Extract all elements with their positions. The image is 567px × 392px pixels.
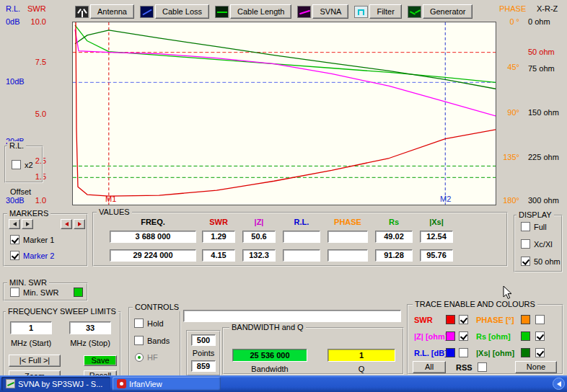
toolbar-item-filter: Filter	[354, 4, 401, 19]
m1-rl-value	[283, 231, 320, 243]
bands-checkbox[interactable]	[134, 336, 144, 345]
hf-radio[interactable]	[135, 353, 144, 362]
controls-panel-title: CONTROLS	[133, 303, 181, 311]
display-50ohm-label: 50 ohm	[534, 257, 561, 266]
generator-icon[interactable]	[408, 6, 421, 18]
stop-frequency-input[interactable]	[69, 321, 111, 334]
trace-swatch-z[interactable]	[446, 331, 455, 341]
bandwidth-label: Bandwidth	[232, 365, 307, 373]
display-panel: Full Xc/Xl 50 ohm	[514, 215, 563, 272]
points-input[interactable]	[191, 334, 216, 346]
header-xs: |Xs|	[420, 218, 453, 226]
antenna-icon[interactable]	[75, 6, 89, 18]
trace-checkbox-phase[interactable]	[535, 315, 545, 324]
ohm-tick: 150 ohm	[528, 108, 559, 117]
bands-label: Bands	[147, 337, 170, 345]
marker1-left-arrow-button[interactable]	[9, 219, 20, 229]
m1-swr-value: 1.29	[202, 231, 235, 243]
sweep-chart	[72, 22, 496, 205]
toolbar-item-cable-length: Cable Length	[215, 4, 291, 19]
toolbar-item-svna: SVNA	[297, 4, 348, 19]
trace-panel: SWR |Z| [ohm] R.L. [dB] PHASE [°] Rs [oh…	[407, 304, 563, 375]
trace-label-z: |Z| [ohm]	[414, 332, 444, 341]
rl-tick: 10dB	[6, 77, 25, 86]
trace-checkbox-xs[interactable]	[535, 348, 545, 357]
taskbar: SVNA by SP3SWJ - S... IrfanView	[0, 375, 567, 392]
phase-axis-title: PHASE	[499, 4, 526, 13]
trace-swatch-rs[interactable]	[521, 331, 530, 341]
display-xcxl-checkbox[interactable]	[521, 239, 530, 249]
toolbar-item-antenna: Antenna	[75, 4, 134, 19]
points-label: Points	[188, 349, 219, 357]
rss-checkbox[interactable]	[478, 362, 487, 372]
ohm-tick: 75 ohm	[528, 64, 555, 73]
cable-length-icon[interactable]	[215, 6, 229, 18]
markers-panel-title: MARKERS	[7, 209, 50, 218]
start-frequency-input[interactable]	[10, 321, 52, 334]
filter-button[interactable]: Filter	[369, 4, 401, 19]
bandwidth-value: 25 536 000	[232, 349, 307, 362]
trace-swatch-phase[interactable]	[521, 315, 530, 324]
marker2-right-arrow-button[interactable]	[74, 219, 85, 229]
trace-swatch-rl[interactable]	[446, 348, 455, 357]
antenna-button[interactable]: Antenna	[90, 4, 134, 19]
m2-rs-value: 91.28	[375, 249, 413, 262]
m1-xs-value: 12.54	[420, 231, 453, 243]
swr-tick: 7.5	[27, 58, 46, 66]
marker1-right-arrow-button[interactable]	[22, 219, 33, 229]
markers-panel: Marker 1 Marker 2	[3, 213, 88, 267]
display-50ohm-checkbox[interactable]	[521, 257, 530, 266]
q-label: Q	[328, 365, 395, 373]
no-traces-button[interactable]: None	[515, 361, 557, 373]
trace-checkbox-rl[interactable]	[459, 348, 468, 357]
svna-icon[interactable]	[297, 6, 311, 18]
cable-loss-icon[interactable]	[140, 6, 154, 18]
display-full-checkbox[interactable]	[521, 222, 530, 231]
phase-tick: 180°	[501, 196, 519, 205]
m2-rl-value	[283, 249, 320, 262]
display-xcxl-label: Xc/Xl	[534, 240, 553, 249]
trace-swatch-xs[interactable]	[521, 348, 530, 357]
filter-icon[interactable]	[354, 6, 368, 18]
marker1-label-text: Marker 1	[23, 236, 54, 244]
svna-app-icon	[6, 379, 15, 388]
svna-button[interactable]: SVNA	[312, 4, 348, 19]
mouse-cursor	[503, 285, 512, 300]
phase-tick: 90°	[501, 108, 519, 117]
hold-checkbox[interactable]	[134, 318, 144, 328]
trace-checkbox-rs[interactable]	[535, 331, 545, 341]
points-alt-input[interactable]	[191, 360, 216, 372]
marker1-checkbox[interactable]	[10, 235, 19, 244]
trace-swatch-swr[interactable]	[446, 315, 455, 324]
taskbar-task-svna[interactable]: SVNA by SP3SWJ - S...	[1, 377, 110, 391]
cable-length-button[interactable]: Cable Length	[230, 4, 291, 19]
rl-tick: 30dB	[6, 196, 25, 205]
xs-trace	[75, 30, 496, 89]
marker2-checkbox[interactable]	[10, 251, 19, 260]
trace-checkbox-z[interactable]	[459, 331, 468, 341]
taskbar-task-irfanview[interactable]: IrfanView	[113, 377, 221, 391]
rss-label: RSS	[456, 363, 472, 372]
trace-checkbox-swr[interactable]	[459, 315, 468, 324]
cable-loss-button[interactable]: Cable Loss	[155, 4, 209, 19]
sweep-panel-title: FREQUENCY SWEEP LIMITS	[6, 307, 118, 316]
phase-tick: 45°	[501, 63, 519, 71]
chart-svg	[73, 22, 496, 205]
marker2-label-text: Marker 2	[23, 251, 54, 260]
generator-button[interactable]: Generator	[423, 4, 473, 19]
x2-checkbox[interactable]	[12, 160, 21, 169]
marker2-left-arrow-button[interactable]	[61, 219, 72, 229]
save-button[interactable]: Save	[84, 355, 117, 366]
all-traces-button[interactable]: All	[413, 361, 446, 373]
m2-xs-value: 95.76	[420, 249, 453, 262]
phase-tick: 0 °	[501, 17, 519, 26]
min-swr-color-swatch	[74, 288, 83, 297]
marker2-label: M2	[440, 195, 451, 203]
header-rs: Rs	[375, 218, 413, 226]
full-span-button[interactable]: |< Full >|	[9, 355, 61, 367]
swr-trace	[76, 22, 496, 196]
header-freq: FREQ.	[110, 218, 196, 226]
entry-input[interactable]	[183, 310, 401, 322]
min-swr-checkbox[interactable]	[10, 288, 19, 297]
taskbar-chevron-button[interactable]	[553, 378, 565, 390]
